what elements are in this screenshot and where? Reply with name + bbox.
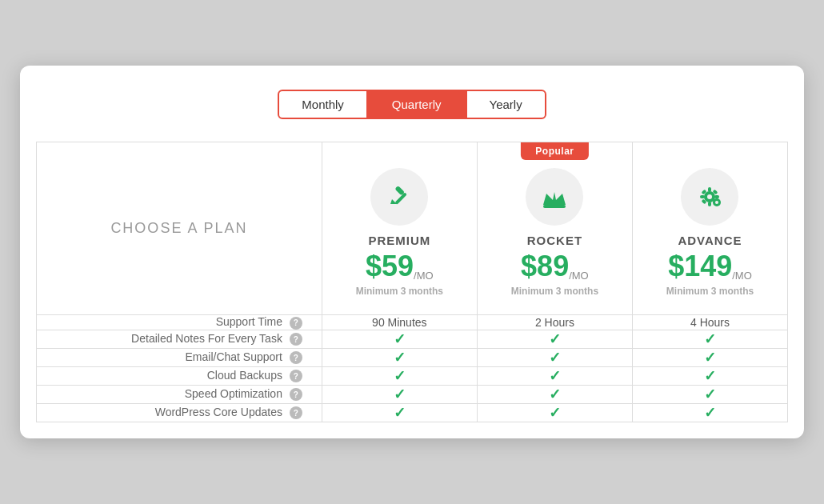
advance-minimum: Minimum 3 months [641,286,779,297]
billing-toggle: Monthly Quarterly Yearly [36,90,788,119]
rocket-price-per: /MO [569,270,589,282]
checkmark-icon: ✓ [549,405,561,421]
checkmark-icon: ✓ [704,405,716,421]
feature-label-text: Email/Chat Support [186,350,282,363]
premium-price-per: /MO [414,270,434,282]
plan-header-advance-content: ADVANCE $149/MO Minimum 3 months [633,142,787,314]
feature-label-text: Speed Optimization [185,387,282,400]
help-icon[interactable]: ? [290,351,302,364]
advance-price-per: /MO [732,270,752,282]
svg-point-15 [715,201,718,204]
feature-row: Cloud Backups ?✓✓✓ [37,366,788,385]
feature-value-4-2: ✓ [632,385,787,403]
svg-marker-2 [543,192,566,205]
checkmark-icon: ✓ [394,331,406,347]
rocket-plan-name: ROCKET [486,234,624,247]
checkmark-icon: ✓ [394,386,406,402]
pricing-table: CHOOSE A PLAN PREMIUM [36,142,788,422]
advance-price-symbol: $ [668,250,684,282]
checkmark-icon: ✓ [549,368,561,384]
feature-row: Detailed Notes For Every Task ?✓✓✓ [37,330,788,348]
feature-value-0-2: 4 Hours [632,315,787,330]
billing-quarterly-button[interactable]: Quarterly [368,90,466,119]
svg-point-5 [707,194,712,199]
checkmark-icon: ✓ [704,350,716,366]
svg-rect-6 [708,187,711,192]
checkmark-icon: ✓ [549,350,561,366]
feature-value-3-1: ✓ [477,366,632,385]
premium-minimum: Minimum 3 months [330,286,469,297]
advance-plan-price: $149/MO [641,252,779,281]
feature-value-1-0: ✓ [322,330,477,348]
feature-value-0-1: 2 Hours [477,315,632,330]
feature-label-5: WordPress Core Updates ? [37,403,322,422]
feature-value-4-1: ✓ [477,385,632,403]
advance-plan-name: ADVANCE [641,234,779,247]
checkmark-icon: ✓ [704,331,716,347]
rocket-price-symbol: $ [521,250,537,282]
feature-value-0-0: 90 Minutes [322,315,477,330]
feature-value-1-1: ✓ [477,330,632,348]
feature-row: Email/Chat Support ?✓✓✓ [37,348,788,366]
feature-label-4: Speed Optimization ? [37,385,322,403]
svg-rect-8 [700,195,705,198]
premium-icon [370,168,428,226]
feature-row: WordPress Core Updates ?✓✓✓ [37,403,788,422]
feature-value-3-0: ✓ [322,366,477,385]
advance-price-value: 149 [684,250,732,282]
checkmark-icon: ✓ [394,368,406,384]
feature-label-2: Email/Chat Support ? [37,348,322,366]
svg-rect-3 [543,205,566,208]
feature-label-text: Support Time [216,315,282,328]
feature-value-3-2: ✓ [632,366,787,385]
checkmark-icon: ✓ [549,386,561,402]
feature-value-2-2: ✓ [632,348,787,366]
plan-header-rocket-content: Popular ROCKET $89/MO Minimum [478,142,632,314]
choose-plan-label: CHOOSE A PLAN [37,196,322,261]
feature-value-5-1: ✓ [477,403,632,422]
checkmark-icon: ✓ [549,331,561,347]
pricing-card: Monthly Quarterly Yearly CHOOSE A PLAN [20,66,804,438]
svg-rect-7 [708,202,711,206]
help-icon[interactable]: ? [290,370,302,382]
rocket-icon [526,168,583,226]
feature-value-1-2: ✓ [632,330,787,348]
feature-label-0: Support Time ? [37,315,322,330]
feature-label-text: Detailed Notes For Every Task [131,332,282,345]
feature-value-2-0: ✓ [322,348,477,366]
help-icon[interactable]: ? [290,317,302,330]
plan-header-advance: ADVANCE $149/MO Minimum 3 months [632,142,787,315]
premium-price-value: 59 [382,250,414,282]
help-icon[interactable]: ? [290,406,302,419]
checkmark-icon: ✓ [704,368,716,384]
billing-monthly-button[interactable]: Monthly [278,90,368,119]
popular-badge: Popular [521,142,588,160]
rocket-price-value: 89 [537,250,569,282]
help-icon[interactable]: ? [290,333,302,346]
feature-value-2-1: ✓ [477,348,632,366]
feature-value-4-0: ✓ [322,385,477,403]
rocket-plan-price: $89/MO [486,252,624,281]
feature-value-5-2: ✓ [632,403,787,422]
feature-value-5-0: ✓ [322,403,477,422]
premium-plan-price: $59/MO [330,252,469,281]
billing-yearly-button[interactable]: Yearly [466,90,546,119]
feature-label-text: WordPress Core Updates [155,406,282,418]
svg-rect-9 [714,195,719,198]
feature-row: Support Time ?90 Minutes2 Hours4 Hours [37,315,788,330]
plan-header-premium-content: PREMIUM $59/MO Minimum 3 months [322,142,477,314]
choose-plan-header: CHOOSE A PLAN [37,142,322,315]
premium-plan-name: PREMIUM [330,234,469,247]
plan-header-premium: PREMIUM $59/MO Minimum 3 months [322,142,477,315]
premium-price-symbol: $ [366,250,382,282]
plan-header-rocket: Popular ROCKET $89/MO Minimum [477,142,632,315]
rocket-minimum: Minimum 3 months [486,286,624,297]
help-icon[interactable]: ? [290,388,302,401]
advance-icon [681,168,738,226]
feature-label-1: Detailed Notes For Every Task ? [37,330,322,348]
checkmark-icon: ✓ [394,350,406,366]
feature-label-text: Cloud Backups [207,369,282,382]
feature-row: Speed Optimization ?✓✓✓ [37,385,788,403]
checkmark-icon: ✓ [704,386,716,402]
checkmark-icon: ✓ [394,405,406,421]
